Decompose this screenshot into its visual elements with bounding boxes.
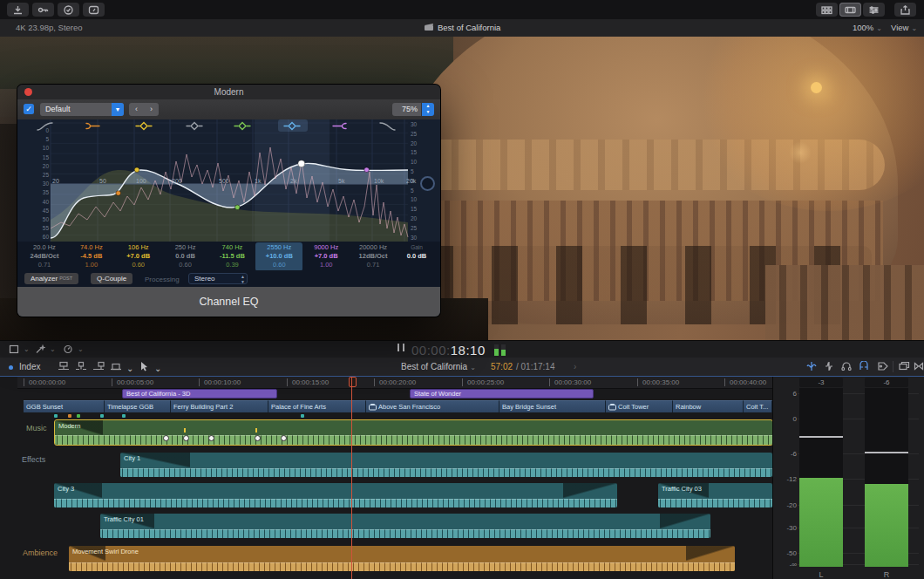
audio-clip-fx[interactable]: City 3 (54, 483, 617, 507)
audio-clip-music[interactable]: Modern (55, 420, 772, 445)
analyzer-scale-25: 25 (38, 172, 49, 178)
eq-band-8-values[interactable]: 20000 Hz12dB/Oct0.71 (350, 242, 397, 271)
ruler-label: 00:00:10:00 (204, 378, 241, 386)
fade-out-handle[interactable] (660, 514, 710, 528)
volume-keyframe[interactable] (281, 435, 287, 441)
pause-icon[interactable] (397, 344, 406, 351)
clip-marker-icon (54, 414, 58, 418)
eq-band-3-values[interactable]: 106 Hz+7.0 dB0.60 (115, 242, 162, 271)
video-clip[interactable]: Coit T... (744, 400, 772, 412)
eq-master-gain[interactable]: Gain0.0 dB (397, 242, 437, 271)
index-button[interactable]: Index (19, 362, 40, 371)
video-clip[interactable]: Ferry Building Part 2 (171, 400, 268, 412)
next-marker-chevron[interactable]: › (574, 362, 576, 371)
analyzer-scale-40: 40 (38, 199, 49, 205)
effects-wand-icon[interactable]: ⌄ (35, 344, 56, 354)
timeline[interactable]: 00:00:00:0000:00:05:0000:00:10:0000:00:1… (0, 376, 924, 579)
eq-view-scale[interactable]: 75% ▲▼ (392, 103, 434, 116)
fade-out-handle[interactable] (686, 546, 735, 561)
video-clip[interactable]: Rainbow (673, 400, 744, 412)
stepper-icon[interactable]: ▲▼ (422, 103, 434, 116)
trim-icon[interactable] (914, 361, 924, 371)
browser-grid-icon[interactable] (816, 3, 838, 17)
audio-meters-panel: 60-6-12-20-30-50-∞-3-6LR (772, 377, 924, 579)
eq-band-4-bell-icon[interactable] (185, 120, 204, 132)
transform-tool-icon[interactable]: ⌄ (9, 344, 30, 354)
title-clip[interactable]: Best of California - 3D (122, 389, 277, 398)
video-clip[interactable]: Above San Francisco (366, 400, 499, 412)
overwrite-edit-icon[interactable] (110, 361, 122, 371)
video-clip[interactable]: Coit Tower (606, 400, 673, 412)
volume-keyframe[interactable] (208, 435, 214, 441)
audio-clip-name: Traffic City 01 (104, 515, 144, 523)
inspector-icon[interactable] (863, 3, 885, 17)
title-clip[interactable]: State of Wonder (410, 389, 594, 398)
next-preset-icon[interactable]: › (144, 103, 159, 116)
viewer-zoom-menu[interactable]: 100%⌄ (853, 23, 882, 32)
eq-band-4-values[interactable]: 250 Hz0.0 dB0.60 (162, 242, 209, 271)
audio-waveform (100, 529, 710, 538)
eq-gain-knob[interactable] (420, 176, 435, 191)
volume-keyframe[interactable] (163, 435, 169, 441)
eq-enable-checkbox[interactable]: ✓ (24, 104, 34, 114)
video-clip[interactable]: Bay Bridge Sunset (499, 400, 606, 412)
eq-band-2-low-shelf-icon[interactable] (83, 120, 102, 132)
append-edit-icon[interactable] (92, 361, 105, 371)
connect-edit-icon[interactable] (58, 361, 70, 371)
audio-clip-name: Movement Swirl Drone (72, 548, 139, 555)
eq-titlebar[interactable]: Modern (17, 85, 440, 100)
meter-label-left: L (799, 570, 843, 579)
audio-clip-ambience[interactable]: Movement Swirl Drone (69, 546, 735, 571)
volume-keyframe[interactable] (183, 435, 189, 441)
viewer-view-menu[interactable]: View⌄ (891, 23, 917, 32)
toolbar-separator (893, 361, 893, 372)
snapping-icon[interactable] (858, 361, 870, 371)
background-tasks-icon[interactable] (58, 3, 79, 17)
eq-band-6-values[interactable]: 2550 Hz+10.0 dB0.60 (255, 242, 302, 271)
volume-keyframe[interactable] (255, 435, 261, 441)
playhead-handle[interactable] (349, 377, 357, 387)
eq-band-7-high-shelf-icon[interactable] (330, 120, 350, 132)
q-couple-button[interactable]: Q-Couple (91, 273, 132, 284)
chevron-down-icon[interactable]: ⌄ (126, 364, 133, 373)
audio-skimming-icon[interactable] (823, 361, 835, 371)
share-icon[interactable] (894, 3, 916, 17)
audio-clip-fx[interactable]: City 1 (120, 453, 772, 477)
badge-icon[interactable] (83, 3, 105, 17)
solo-icon[interactable] (840, 361, 853, 371)
analyzer-button[interactable]: AnalyzerPOST (24, 273, 78, 284)
playhead[interactable] (351, 377, 352, 579)
windows-icon[interactable] (898, 361, 910, 371)
eq-graph[interactable]: 051015202530354045505560 302520151050510… (17, 119, 440, 242)
eq-band-5-values[interactable]: 740 Hz-11.5 dB0.39 (209, 242, 256, 271)
eq-band-6-bell-icon[interactable] (282, 120, 302, 132)
key-icon[interactable] (32, 3, 54, 17)
video-clip[interactable]: GGB Sunset (24, 400, 105, 412)
video-clip[interactable]: Timelapse GGB (105, 400, 171, 412)
audio-clip-fx[interactable]: Traffic City 03 (658, 483, 772, 507)
pointer-tool-icon[interactable] (139, 361, 149, 371)
audio-waveform (69, 562, 735, 571)
eq-band-7-values[interactable]: 9000 Hz+7.0 dB1.00 (302, 242, 350, 271)
filmstrip-icon[interactable] (839, 3, 861, 17)
eq-band-1-values[interactable]: 20.0 Hz24dB/Oct0.71 (21, 242, 68, 271)
timeline-ruler[interactable]: 00:00:00:0000:00:05:0000:00:10:0000:00:1… (17, 377, 773, 389)
eq-band-2-values[interactable]: 74.0 Hz-4.5 dB1.00 (68, 242, 115, 271)
insert-edit-icon[interactable] (75, 361, 87, 371)
eq-band-3-bell-icon[interactable] (134, 120, 153, 132)
eq-preset-select[interactable]: Default ▼ (40, 103, 124, 116)
fade-out-handle[interactable] (563, 483, 617, 498)
skimming-icon[interactable] (805, 361, 818, 371)
tag-icon[interactable] (877, 361, 889, 371)
retime-icon[interactable]: ⌄ (63, 344, 84, 354)
import-icon[interactable] (7, 3, 29, 17)
prev-preset-icon[interactable]: ‹ (129, 103, 144, 116)
audio-clip-fx[interactable]: Traffic City 01 (100, 514, 710, 538)
timeline-project-menu[interactable]: Best of California⌄ (401, 362, 476, 371)
eq-band-8-lowpass-icon[interactable] (378, 120, 397, 132)
eq-band-5-bell-icon[interactable] (233, 120, 252, 132)
chevron-down-icon[interactable]: ⌄ (154, 364, 161, 373)
analyzer-scale-45: 45 (38, 208, 49, 214)
processing-select[interactable]: Stereo ▲▼ (188, 273, 248, 284)
eq-preset-nav[interactable]: ‹ › (129, 103, 159, 116)
